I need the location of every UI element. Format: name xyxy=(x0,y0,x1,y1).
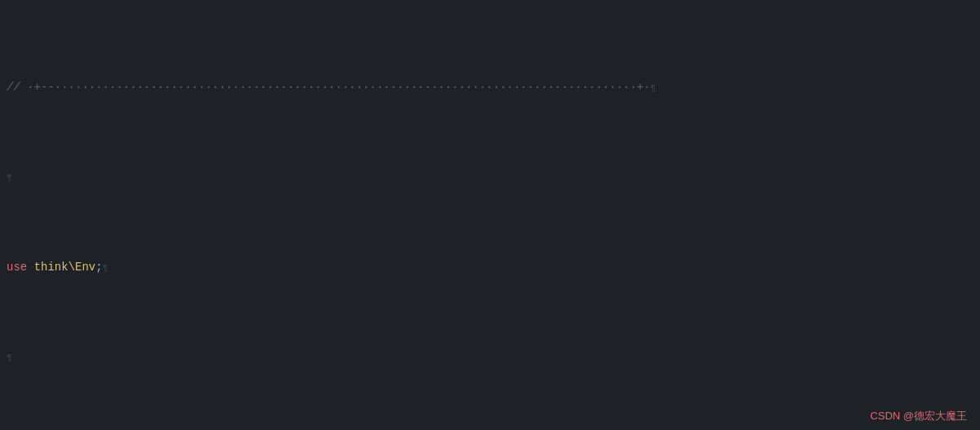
comment-divider: // ·+--·································… xyxy=(7,78,651,96)
line-3: use think\Env ; ¶ xyxy=(0,258,980,277)
watermark-author: @德宏大魔王 xyxy=(903,410,967,422)
watermark-csdn: CSDN xyxy=(870,410,903,422)
line-2: ¶ xyxy=(0,169,980,186)
watermark: CSDN @德宏大魔王 xyxy=(870,409,967,423)
line-4: ¶ xyxy=(0,349,980,366)
namespace-text: think\Env xyxy=(34,258,96,276)
keyword-use: use xyxy=(7,258,27,276)
code-editor: // ·+--·································… xyxy=(0,0,980,430)
line-1: // ·+--·································… xyxy=(0,78,980,97)
